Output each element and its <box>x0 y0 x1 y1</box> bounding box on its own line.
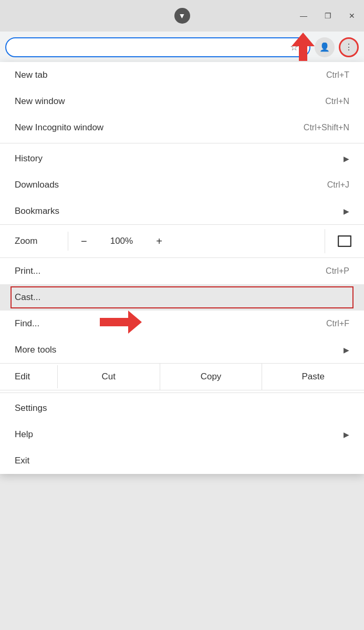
paste-button[interactable]: Paste <box>262 364 364 390</box>
more-tools-arrow-icon: ▶ <box>344 346 349 354</box>
arrow-up-annotation <box>292 33 315 61</box>
menu-item-find[interactable]: Find... Ctrl+F <box>0 311 364 337</box>
menu-item-more-tools[interactable]: More tools ▶ <box>0 337 364 363</box>
new-incognito-shortcut: Ctrl+Shift+N <box>304 123 349 132</box>
menu-item-new-tab[interactable]: New tab Ctrl+T <box>0 62 364 88</box>
zoom-plus-button[interactable]: + <box>143 229 175 253</box>
new-tab-label: New tab <box>15 70 47 80</box>
print-shortcut: Ctrl+P <box>326 266 349 276</box>
zoom-minus-button[interactable]: − <box>68 229 100 253</box>
dropdown-icon[interactable]: ▼ <box>174 8 190 24</box>
menu-item-exit[interactable]: Exit <box>0 448 364 474</box>
menu-item-print[interactable]: Print... Ctrl+P <box>0 258 364 284</box>
downloads-shortcut: Ctrl+J <box>327 180 349 190</box>
menu-item-downloads[interactable]: Downloads Ctrl+J <box>0 172 364 198</box>
zoom-label[interactable]: Zoom <box>0 232 68 251</box>
menu-item-cast[interactable]: Cast... <box>0 284 364 311</box>
help-arrow-icon: ▶ <box>344 430 349 439</box>
menu-item-new-window[interactable]: New window Ctrl+N <box>0 88 364 115</box>
bookmarks-label: Bookmarks <box>15 206 59 216</box>
chrome-menu: New tab Ctrl+T New window Ctrl+N New Inc… <box>0 62 364 474</box>
settings-label: Settings <box>15 403 47 414</box>
profile-button[interactable]: 👤 <box>315 37 335 57</box>
title-bar-center: ▼ <box>174 8 190 24</box>
find-label: Find... <box>15 318 39 329</box>
zoom-row: Zoom − 100% + <box>0 224 364 258</box>
menu-item-help[interactable]: Help ▶ <box>0 421 364 448</box>
svg-marker-0 <box>292 33 315 61</box>
downloads-label: Downloads <box>15 180 59 190</box>
svg-marker-2 <box>100 311 142 334</box>
cast-border-annotation <box>11 286 353 308</box>
menu-item-new-incognito[interactable]: New Incognito window Ctrl+Shift+N <box>0 115 364 141</box>
print-label: Print... <box>15 266 40 276</box>
arrow-left-annotation <box>100 311 142 334</box>
menu-item-settings[interactable]: Settings <box>0 395 364 421</box>
divider-1 <box>0 143 364 143</box>
title-bar: ▼ — ❐ ✕ <box>0 0 364 32</box>
chrome-menu-button[interactable]: ⋮ <box>339 37 359 57</box>
new-tab-shortcut: Ctrl+T <box>326 70 349 80</box>
zoom-value: 100% <box>100 232 143 251</box>
cast-item-wrapper: Cast... <box>0 284 364 311</box>
zoom-controls: − 100% + <box>68 229 325 253</box>
menu-item-history[interactable]: History ▶ <box>0 146 364 172</box>
find-shortcut: Ctrl+F <box>326 319 349 328</box>
cast-label: Cast... <box>15 292 40 303</box>
edit-label: Edit <box>0 365 58 388</box>
copy-button[interactable]: Copy <box>160 364 263 390</box>
new-window-label: New window <box>15 96 65 107</box>
new-window-shortcut: Ctrl+N <box>325 97 349 106</box>
help-label: Help <box>15 429 33 440</box>
minimize-button[interactable]: — <box>292 0 316 32</box>
more-tools-label: More tools <box>15 345 56 355</box>
svg-rect-1 <box>338 236 351 246</box>
bookmarks-arrow-icon: ▶ <box>344 207 349 215</box>
new-incognito-label: New Incognito window <box>15 122 103 133</box>
restore-button[interactable]: ❐ <box>316 0 340 32</box>
address-bar[interactable]: ☆ <box>5 37 310 57</box>
divider-2 <box>0 393 364 393</box>
close-button[interactable]: ✕ <box>340 0 364 32</box>
history-arrow-icon: ▶ <box>344 154 349 163</box>
edit-row: Edit Cut Copy Paste <box>0 363 364 390</box>
fullscreen-button[interactable] <box>325 231 364 251</box>
exit-label: Exit <box>15 456 29 466</box>
cut-button[interactable]: Cut <box>58 364 160 390</box>
menu-item-bookmarks[interactable]: Bookmarks ▶ <box>0 198 364 224</box>
title-bar-controls: — ❐ ✕ <box>292 0 364 32</box>
history-label: History <box>15 153 43 164</box>
